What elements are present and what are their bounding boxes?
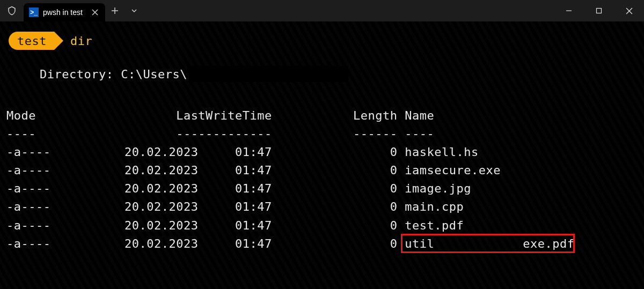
maximize-button[interactable] xyxy=(584,0,614,21)
new-tab-button[interactable] xyxy=(105,1,125,20)
prompt-command: dir xyxy=(70,32,92,50)
directory-listing: Mode LastWriteTime Length Name ---- ----… xyxy=(4,107,640,253)
window-controls xyxy=(554,0,644,21)
tab-dropdown-button[interactable] xyxy=(125,1,144,20)
powershell-icon: >_ xyxy=(29,8,39,17)
prompt-chip: test xyxy=(9,32,54,50)
prompt-chip-label: test xyxy=(17,32,47,50)
svg-rect-5 xyxy=(597,9,602,13)
shield-icon[interactable] xyxy=(0,0,24,21)
terminal-pane[interactable]: test dir Directory: C:\Users\ Mode LastW… xyxy=(0,21,644,289)
tab-title: pwsh in test xyxy=(43,8,83,17)
close-button[interactable] xyxy=(614,0,644,21)
close-icon[interactable] xyxy=(90,8,100,17)
prompt-row: test dir xyxy=(4,31,640,50)
title-bar: >_ pwsh in test xyxy=(0,0,644,21)
tab-active[interactable]: >_ pwsh in test xyxy=(24,3,105,21)
minimize-button[interactable] xyxy=(554,0,584,21)
redacted-path xyxy=(187,66,348,82)
directory-line: Directory: C:\Users\ xyxy=(4,65,640,83)
directory-label: Directory: C:\Users\ xyxy=(40,68,187,81)
